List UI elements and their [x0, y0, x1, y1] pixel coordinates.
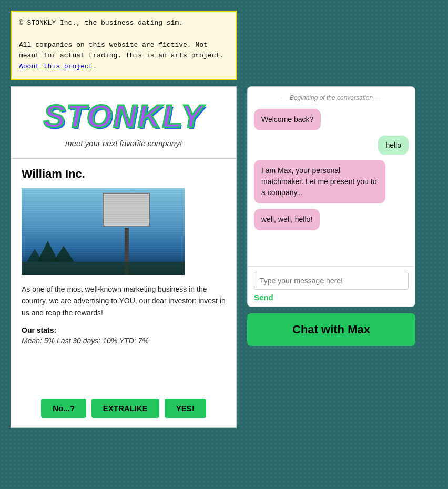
svg-rect-41 — [125, 228, 129, 275]
company-description: As one of the most well-known marketing … — [22, 283, 226, 319]
company-image — [22, 188, 185, 275]
main-layout: STONKLY meet your next favorite company!… — [11, 86, 437, 428]
no-button[interactable]: No...? — [41, 399, 86, 418]
action-buttons: No...? EXTRALIKE YES! — [11, 391, 236, 427]
tagline: meet your next favorite company! — [22, 139, 226, 148]
svg-rect-44 — [105, 195, 148, 225]
company-name: William Inc. — [22, 167, 226, 181]
logo-text: STONKLY — [22, 97, 226, 135]
svg-rect-42 — [123, 203, 131, 206]
chat-input-area: Send — [248, 266, 415, 307]
chat-beginning-label: — Beginning of the conversation — — [254, 94, 409, 101]
stats-values: Mean: 5% Last 30 days: 10% YTD: 7% — [22, 337, 226, 345]
chat-with-max-button[interactable]: Chat with Max — [247, 313, 415, 346]
chat-window: — Beginning of the conversation — Welcom… — [247, 86, 415, 307]
svg-rect-45 — [22, 262, 185, 275]
send-button[interactable]: Send — [254, 293, 273, 302]
svg-marker-48 — [27, 249, 43, 262]
bot-message: well, well, hello! — [254, 209, 320, 230]
company-section: William Inc. — [11, 159, 236, 391]
disclaimer-line2: All companies on this website are fictiv… — [19, 41, 224, 71]
svg-rect-43 — [103, 193, 149, 226]
stats-label: Our stats: — [22, 326, 226, 334]
chat-input[interactable] — [254, 272, 409, 290]
yes-button[interactable]: YES! — [165, 399, 206, 418]
svg-rect-0 — [22, 188, 185, 275]
billboard-svg — [22, 188, 185, 275]
about-link[interactable]: About this project — [19, 63, 93, 70]
left-panel: STONKLY meet your next favorite company!… — [11, 86, 237, 428]
disclaimer-box: © STONKLY Inc., the business dating sim.… — [11, 11, 237, 80]
extralike-button[interactable]: EXTRALIKE — [91, 399, 159, 418]
user-message: hello — [378, 136, 409, 155]
company-image-container — [22, 188, 226, 275]
disclaimer-line1: © STONKLY Inc., the business dating sim. — [19, 19, 183, 27]
logo-section: STONKLY meet your next favorite company! — [11, 87, 236, 159]
svg-marker-47 — [53, 246, 74, 262]
chat-messages[interactable]: — Beginning of the conversation — Welcom… — [248, 87, 415, 266]
stats-section: Our stats: Mean: 5% Last 30 days: 10% YT… — [22, 326, 226, 345]
bot-message: Welcome back? — [254, 109, 321, 130]
bot-message: I am Max, your personal matchmaker. Let … — [254, 160, 385, 203]
svg-marker-46 — [37, 241, 58, 262]
right-panel: — Beginning of the conversation — Welcom… — [247, 86, 415, 346]
